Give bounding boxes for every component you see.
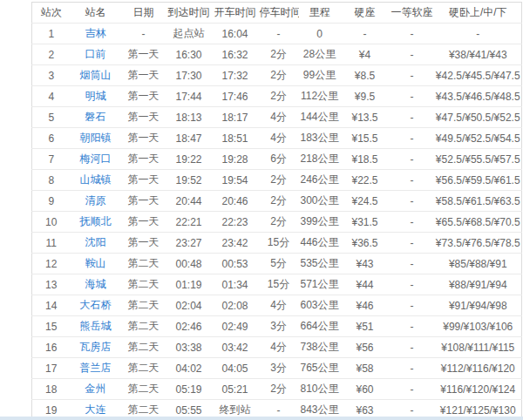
cell-stop_time: 6分 <box>259 149 299 170</box>
cell-date: 第一天 <box>121 86 166 107</box>
cell-seq: 4 <box>32 86 71 107</box>
cell-arrive_time: 17:44 <box>166 86 212 107</box>
cell-mileage: 446公里 <box>299 233 341 254</box>
station-link[interactable]: 梅河口 <box>80 152 112 165</box>
cell-date: 第二天 <box>121 295 166 316</box>
cell-depart_time: 18:51 <box>212 128 259 149</box>
station-link[interactable]: 金州 <box>85 383 106 395</box>
cell-soft_seat_1st: - <box>390 233 435 254</box>
cell-date: 第二天 <box>121 274 166 295</box>
cell-soft_seat_1st: - <box>390 149 435 170</box>
station-link[interactable]: 口前 <box>85 48 106 60</box>
cell-arrive_time: 19:52 <box>166 170 212 191</box>
column-header-hard_seat: 硬座 <box>341 3 390 24</box>
cell-station: 沈阳 <box>71 233 121 254</box>
cell-hard_sleeper: ¥88/¥91/¥94 <box>435 274 522 295</box>
cell-hard_sleeper: ¥112/¥116/¥120 <box>435 358 522 379</box>
column-header-seq: 站次 <box>32 3 71 24</box>
cell-hard_seat: ¥13.5 <box>341 107 390 128</box>
station-link[interactable]: 山城镇 <box>80 173 112 186</box>
cell-stop_time: 4分 <box>259 107 299 128</box>
timetable-row: 12鞍山第二天00:4800:535分535公里¥43-¥85/¥88/¥91 <box>32 254 522 274</box>
cell-date: 第二天 <box>121 254 166 274</box>
station-link[interactable]: 沈阳 <box>85 236 106 248</box>
station-link[interactable]: 普兰店 <box>80 362 112 374</box>
station-link[interactable]: 大连 <box>85 403 106 416</box>
cell-station: 磐石 <box>71 107 121 128</box>
cell-date: - <box>121 24 166 44</box>
cell-soft_seat_1st: - <box>390 316 435 337</box>
cell-hard_seat: ¥43 <box>341 254 390 274</box>
cell-seq: 6 <box>32 128 71 149</box>
station-link[interactable]: 明城 <box>85 90 106 102</box>
station-link[interactable]: 熊岳城 <box>80 320 112 332</box>
cell-station: 吉林 <box>71 24 121 44</box>
cell-stop_time: 5分 <box>259 254 299 274</box>
cell-station: 梅河口 <box>71 149 121 170</box>
station-link[interactable]: 清原 <box>85 194 106 207</box>
cell-arrive_time: 20:44 <box>166 191 212 212</box>
station-link[interactable]: 海城 <box>85 278 106 290</box>
cell-arrive_time: 02:04 <box>166 295 212 316</box>
station-link[interactable]: 抚顺北 <box>80 215 112 227</box>
cell-depart_time: 04:05 <box>212 358 259 379</box>
timetable-row: 10抚顺北第一天22:2122:232分399公里¥31.5-¥65.5/¥68… <box>32 212 522 233</box>
cell-seq: 14 <box>32 295 71 316</box>
cell-depart_time: 05:21 <box>212 379 259 400</box>
cell-station: 金州 <box>71 379 121 400</box>
column-header-depart_time: 开车时间 <box>212 3 259 24</box>
cell-stop_time: 2分 <box>259 212 299 233</box>
cell-station: 海城 <box>71 274 121 295</box>
station-link[interactable]: 大石桥 <box>80 299 112 311</box>
cell-stop_time: 4分 <box>259 337 299 358</box>
station-link[interactable]: 磐石 <box>85 111 106 123</box>
cell-date: 第二天 <box>121 337 166 358</box>
cell-seq: 16 <box>32 337 71 358</box>
cell-hard_seat: ¥46 <box>341 295 390 316</box>
cell-seq: 3 <box>32 65 71 86</box>
cell-depart_time: 00:53 <box>212 254 259 274</box>
cell-arrive_time: 23:27 <box>166 233 212 254</box>
cell-mileage: 246公里 <box>299 170 341 191</box>
station-link[interactable]: 吉林 <box>85 27 106 39</box>
cell-arrive_time: 03:38 <box>166 337 212 358</box>
cell-depart_time: 17:32 <box>212 65 259 86</box>
cell-hard_seat: ¥24.5 <box>341 191 390 212</box>
station-link[interactable]: 朝阳镇 <box>80 132 112 144</box>
cell-hard_seat: ¥15.5 <box>341 128 390 149</box>
cell-hard_seat: ¥4 <box>341 44 390 65</box>
cell-hard_sleeper: ¥85/¥88/¥91 <box>435 254 522 274</box>
cell-soft_seat_1st: - <box>390 337 435 358</box>
cell-depart_time: 22:23 <box>212 212 259 233</box>
cell-arrive_time: 17:30 <box>166 65 212 86</box>
timetable-row: 2口前第一天16:3016:322分28公里¥4-¥38/¥41/¥43 <box>32 44 522 65</box>
cell-hard_sleeper: ¥49.5/¥52.5/¥54.5 <box>435 128 522 149</box>
cell-mileage: 144公里 <box>299 107 341 128</box>
timetable-row: 16瓦房店第二天03:3803:424分738公里¥56-¥108/¥111/¥… <box>32 337 522 358</box>
cell-hard_seat: ¥22.5 <box>341 170 390 191</box>
cell-stop_time: 2分 <box>259 44 299 65</box>
timetable-table: 站次站名日期到达时间开车时间停车时间里程硬座一等软座硬卧上/中/下 1吉林-起点… <box>31 2 522 420</box>
cell-station: 熊岳城 <box>71 316 121 337</box>
cell-depart_time: 16:04 <box>212 24 259 44</box>
cell-seq: 9 <box>32 191 71 212</box>
station-link[interactable]: 瓦房店 <box>80 341 112 353</box>
cell-stop_time: 4分 <box>259 128 299 149</box>
cell-mileage: 28公里 <box>299 44 341 65</box>
bottom-divider <box>0 417 523 420</box>
station-link[interactable]: 鞍山 <box>85 257 106 269</box>
cell-hard_seat: ¥8.5 <box>341 65 390 86</box>
cell-depart_time: 17:46 <box>212 86 259 107</box>
cell-mileage: 300公里 <box>299 191 341 212</box>
cell-station: 山城镇 <box>71 170 121 191</box>
cell-station: 口前 <box>71 44 121 65</box>
cell-stop_time: 2分 <box>259 65 299 86</box>
cell-seq: 15 <box>32 316 71 337</box>
cell-arrive_time: 04:02 <box>166 358 212 379</box>
cell-hard_sleeper: ¥56.5/¥59.5/¥61.5 <box>435 170 522 191</box>
cell-seq: 10 <box>32 212 71 233</box>
cell-soft_seat_1st: - <box>390 358 435 379</box>
station-link[interactable]: 烟筒山 <box>80 69 112 81</box>
timetable-row: 6朝阳镇第一天18:4718:514分183公里¥15.5-¥49.5/¥52.… <box>32 128 522 149</box>
cell-mileage: 399公里 <box>299 212 341 233</box>
